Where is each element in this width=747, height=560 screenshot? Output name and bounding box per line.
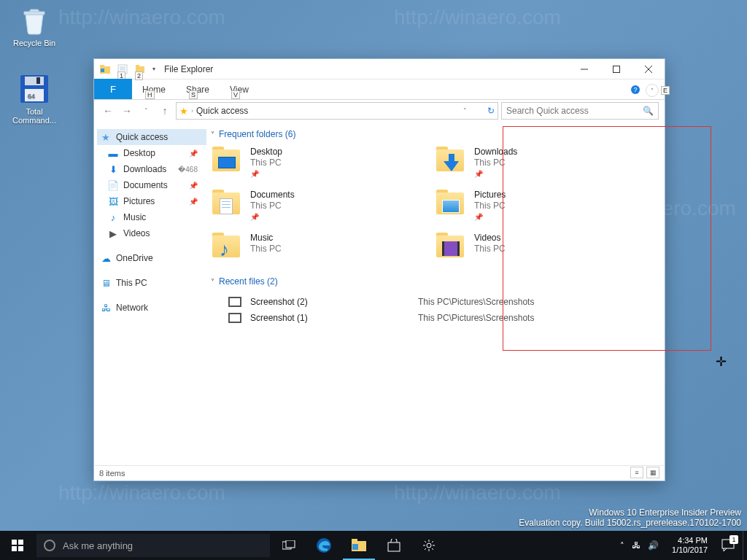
window-body: ★ Quick access ▬ Desktop 📌 ⬇ Downloads �… [94,122,665,464]
folder-item-pictures[interactable]: Pictures This PC 📌 [435,190,603,221]
sidebar-item-onedrive[interactable]: ☁ OneDrive [97,250,206,266]
eval-line1: Windows 10 Enterprise Insider Preview [519,508,741,518]
folder-sub: This PC [250,158,282,168]
maximize-button[interactable] [600,59,632,79]
taskbar-app-file-explorer[interactable] [341,531,376,560]
view-large-icons-button[interactable]: ▦ [646,467,659,478]
desktop-icon-label: Recycle Bin [7,39,61,47]
start-button[interactable] [0,531,35,560]
content-pane[interactable]: ˅ Frequent folders (6) Desktop This PC 📌 [209,122,665,464]
app-icon[interactable] [97,61,113,77]
sidebar-item-music[interactable]: ♪ Music [97,209,206,225]
pin-icon: 📌 [250,170,282,178]
qat-dropdown[interactable]: ▾ [150,61,158,77]
folder-icon [435,190,467,219]
taskbar-app-settings[interactable] [411,531,446,560]
clock-date: 1/10/2017 [672,545,708,555]
svg-rect-9 [120,66,125,71]
action-center-button[interactable]: 1 [713,531,743,560]
svg-rect-11 [136,65,139,67]
desktop-icon-recycle-bin[interactable]: Recycle Bin [7,4,61,47]
qat-button-1[interactable]: 1 [115,61,131,77]
help-button[interactable]: ? [631,85,640,94]
folder-item-videos[interactable]: Videos This PC [435,233,603,262]
taskbar-app-edge[interactable] [306,531,341,560]
clock-time: 4:34 PM [672,536,708,545]
navigation-bar: ← → ˅ ↑ ★ › Quick access ˅ ↻ Search Quic… [94,100,665,122]
tab-home[interactable]: Home H [132,80,176,99]
svg-rect-25 [352,544,358,550]
folder-icon [435,233,467,262]
tray-chevron-up-icon[interactable]: ˄ [620,541,624,551]
view-details-button[interactable]: ≡ [630,467,643,478]
ribbon-collapse-button[interactable]: ˅ E [646,84,659,97]
tray-network-icon[interactable]: 🖧 [632,540,640,551]
pin-icon: 📌 [474,213,506,221]
sidebar-item-label: Desktop [123,148,155,158]
qat-button-2[interactable]: 2 [132,61,148,77]
sidebar-item-downloads[interactable]: ⬇ Downloads �468 [97,161,206,177]
sidebar-item-label: This PC [116,278,147,288]
up-button[interactable]: ↑ [157,103,173,119]
taskbar-clock[interactable]: 4:34 PM 1/10/2017 [666,536,713,555]
recent-file-item[interactable]: Screenshot (2) This PC\Pictures\Screensh… [211,294,659,310]
star-icon: ★ [100,131,112,143]
task-view-button[interactable] [271,531,306,560]
tray-volume-icon[interactable]: 🔊 [648,540,659,551]
pin-icon: 📌 [189,198,198,206]
sidebar-item-quick-access[interactable]: ★ Quick access [97,129,206,145]
show-desktop-button[interactable] [743,531,747,560]
tab-share[interactable]: Share S [176,80,220,99]
recent-locations-button[interactable]: ˅ [138,103,154,119]
group-recent-files-header[interactable]: ˅ Recent files (2) [211,276,659,287]
chevron-down-icon[interactable]: ˅ [463,107,484,114]
pin-icon: �468 [178,166,198,174]
taskbar-app-store[interactable] [376,531,411,560]
file-explorer-window: 1 2 ▾ File Explorer F Home H Share S [93,58,665,481]
navigation-pane[interactable]: ★ Quick access ▬ Desktop 📌 ⬇ Downloads �… [94,122,209,464]
desktop-icon-label: Total Command... [7,107,61,125]
svg-rect-7 [101,69,104,72]
music-icon: ♪ [107,211,119,223]
sidebar-item-pictures[interactable]: 🖼 Pictures 📌 [97,193,206,209]
folder-item-desktop[interactable]: Desktop This PC 📌 [211,147,379,178]
desktop-icon-total-commander[interactable]: 64 Total Command... [7,73,61,125]
sidebar-item-documents[interactable]: 📄 Documents 📌 [97,177,206,193]
svg-rect-26 [388,542,400,551]
close-button[interactable] [632,59,665,79]
eval-line2: Evaluation copy. Build 15002.rs_prerelea… [519,518,741,528]
taskbar-search[interactable]: Ask me anything [36,534,270,557]
folder-item-documents[interactable]: Documents This PC 📌 [211,190,379,221]
svg-rect-19 [18,546,23,551]
image-file-icon [228,297,241,307]
keytip: S [189,90,198,99]
sidebar-item-this-pc[interactable]: 🖥 This PC [97,275,206,291]
sidebar-item-desktop[interactable]: ▬ Desktop 📌 [97,145,206,161]
minimize-button[interactable] [568,59,600,79]
search-input[interactable]: Search Quick access 🔍 [501,102,659,120]
group-frequent-folders[interactable]: ˅ Frequent folders (6) [211,129,659,139]
svg-rect-13 [614,66,620,73]
taskbar[interactable]: Ask me anything ˄ 🖧 🔊 4:34 PM 1/10/2017 … [0,531,747,560]
titlebar[interactable]: 1 2 ▾ File Explorer [94,59,665,79]
folder-item-music[interactable]: ♪ Music This PC [211,233,379,262]
quick-access-toolbar: 1 2 ▾ [97,61,158,77]
recent-file-path: This PC\Pictures\Screenshots [418,313,534,323]
folder-sub: This PC [250,244,282,254]
tab-view[interactable]: View V [220,80,259,99]
sidebar-item-label: OneDrive [116,253,153,263]
recent-file-name: Screenshot (1) [250,313,418,323]
sidebar-item-network[interactable]: 🖧 Network [97,300,206,316]
folder-sub: This PC [474,201,506,211]
sidebar-item-videos[interactable]: ▶ Videos [97,225,206,241]
forward-button[interactable]: → [119,103,135,119]
recycle-bin-icon [18,4,50,36]
back-button[interactable]: ← [100,103,116,119]
recent-file-item[interactable]: Screenshot (1) This PC\Pictures\Screensh… [211,310,659,326]
folder-icon: ♪ [211,233,243,262]
address-bar[interactable]: ★ › Quick access ˅ ↻ [176,102,498,120]
folder-icon [211,147,243,176]
folder-item-downloads[interactable]: Downloads This PC 📌 [435,147,603,178]
refresh-button[interactable]: ↻ [487,106,495,116]
file-tab[interactable]: F [94,79,132,99]
